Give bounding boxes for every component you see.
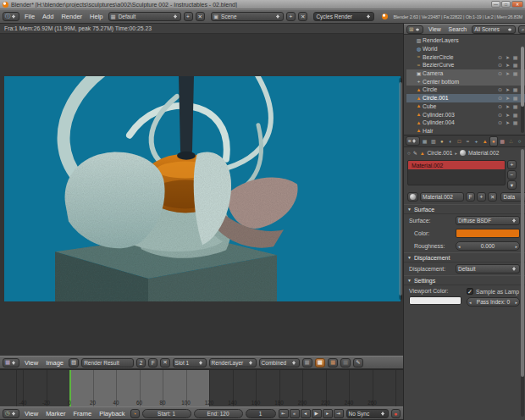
outliner-item-cube[interactable]: ▲ Cube ⊙➤▦ xyxy=(406,102,525,111)
image-browse-button[interactable]: ▨ xyxy=(69,358,79,368)
roughness-slider[interactable]: ◂ 0.000 ▸ xyxy=(456,241,520,251)
outliner-item-hair[interactable]: ▲ Hair xyxy=(406,127,525,135)
renderability-camera-icon[interactable]: ▦ xyxy=(512,70,518,76)
visibility-eye-icon[interactable]: ⊙ xyxy=(497,119,503,125)
play-button[interactable]: ▶ xyxy=(312,409,322,418)
slider-right-arrow-icon[interactable]: ▸ xyxy=(515,300,517,305)
tab-scene[interactable]: ● xyxy=(438,136,445,146)
surface-panel-header[interactable]: ▼ Surface xyxy=(404,204,525,214)
outliner-scrollbar[interactable] xyxy=(521,47,524,133)
unlink-material-button[interactable]: ✕ xyxy=(488,192,497,202)
outliner-item-center-bottom[interactable]: + Center bottom xyxy=(406,77,525,86)
channel-rgba-button[interactable]: ▦ xyxy=(315,358,325,368)
current-frame-field[interactable]: 1 xyxy=(246,409,276,418)
menu-view[interactable]: View xyxy=(426,26,444,32)
outliner-item-circle-001[interactable]: ▲ Circle.001 ⊙➤▦ xyxy=(406,94,525,102)
editor-type-button[interactable]: ◷ xyxy=(3,409,19,418)
visibility-eye-icon[interactable]: ⊙ xyxy=(497,54,503,60)
selectable-arrow-icon[interactable]: ➤ xyxy=(505,119,511,125)
outliner-item-cylinder-003[interactable]: ▲ Cylinder.003 ⊙➤▦ xyxy=(406,110,525,119)
unlink-image-button[interactable]: ✕ xyxy=(160,358,169,368)
slot-select[interactable]: Slot 1 xyxy=(173,358,207,368)
pin-icon[interactable]: ○ xyxy=(407,151,411,156)
screen-layout-select[interactable]: ▦Default xyxy=(108,12,181,21)
editor-type-button[interactable]: ⓘ xyxy=(3,12,19,21)
render-pass-select[interactable]: Combined xyxy=(259,358,300,368)
settings-panel-header[interactable]: ▼ Settings xyxy=(404,275,525,285)
visibility-eye-icon[interactable]: ⊙ xyxy=(497,112,503,118)
frame-end-field[interactable]: End: 120 xyxy=(194,409,243,418)
selectable-arrow-icon[interactable]: ➤ xyxy=(505,54,511,60)
tab-render[interactable]: ▦ xyxy=(421,136,428,146)
material-slot-selected[interactable]: Material.002 xyxy=(408,161,505,169)
menu-marker[interactable]: Marker xyxy=(43,410,68,417)
delete-layout-button[interactable]: ✕ xyxy=(196,12,205,21)
editor-type-button[interactable]: ⊞ xyxy=(406,25,423,34)
tab-material[interactable]: ● xyxy=(489,136,497,146)
previous-keyframe-button[interactable]: « xyxy=(290,409,300,418)
edit-icon[interactable]: ✎ xyxy=(413,150,417,156)
renderability-camera-icon[interactable]: ▦ xyxy=(512,119,518,125)
visibility-eye-icon[interactable]: ⊙ xyxy=(497,103,503,109)
search-icon[interactable]: ⌕ xyxy=(518,25,525,34)
renderability-camera-icon[interactable]: ▦ xyxy=(512,103,518,109)
channel-bw-button[interactable]: ▦ xyxy=(302,358,312,368)
menu-view[interactable]: View xyxy=(22,410,41,417)
browse-material-button[interactable] xyxy=(407,192,418,202)
menu-help[interactable]: Help xyxy=(87,13,105,20)
selectable-arrow-icon[interactable]: ➤ xyxy=(505,70,511,76)
next-keyframe-button[interactable]: ▸ xyxy=(323,409,333,418)
timeline-canvas[interactable]: -40 -20 0 20 40 60 80 100 120 140 160 18… xyxy=(0,369,403,406)
tab-particles[interactable]: ∴ xyxy=(507,136,515,146)
selectable-arrow-icon[interactable]: ➤ xyxy=(505,86,511,92)
image-users-button[interactable]: 2 xyxy=(136,358,146,368)
editor-type-button[interactable]: ≡ xyxy=(406,136,420,146)
add-scene-button[interactable]: + xyxy=(286,12,296,21)
paint-mode-button[interactable]: ✎ xyxy=(353,358,362,368)
slider-left-arrow-icon[interactable]: ◂ xyxy=(458,244,461,249)
selectable-arrow-icon[interactable]: ➤ xyxy=(505,95,511,101)
tab-object-data[interactable]: ▲ xyxy=(481,136,489,146)
play-reverse-button[interactable]: ◂ xyxy=(301,409,311,418)
outliner-item-beziercurve[interactable]: ≈ BezierCurve ⊙➤▦ xyxy=(406,61,525,69)
material-name-field[interactable]: Material.002 xyxy=(420,192,464,202)
outliner-item-camera[interactable]: ▣ Camera ⊙➤▦ xyxy=(406,69,525,78)
visibility-eye-icon[interactable]: ⊙ xyxy=(497,95,503,101)
render-layer-select[interactable]: RenderLayer xyxy=(209,358,257,368)
minimize-button[interactable]: — xyxy=(491,1,500,8)
jump-to-start-button[interactable]: ⇤ xyxy=(279,409,289,418)
breadcrumb-object[interactable]: Circle.001 xyxy=(428,150,453,156)
menu-file[interactable]: File xyxy=(22,13,37,20)
slider-left-arrow-icon[interactable]: ◂ xyxy=(469,300,472,305)
properties-scrollbar[interactable] xyxy=(521,149,524,417)
renderability-camera-icon[interactable]: ▦ xyxy=(512,95,518,101)
renderability-camera-icon[interactable]: ▦ xyxy=(512,54,518,60)
viewport-color-swatch[interactable] xyxy=(409,296,461,305)
jump-to-end-button[interactable]: ⇥ xyxy=(334,409,344,418)
image-scrollbar[interactable] xyxy=(399,78,402,300)
visibility-eye-icon[interactable]: ⊙ xyxy=(497,70,503,76)
menu-image[interactable]: Image xyxy=(43,359,66,367)
diffuse-color-swatch[interactable] xyxy=(456,229,520,238)
menu-view[interactable]: View xyxy=(22,359,41,367)
menu-render[interactable]: Render xyxy=(58,13,85,20)
close-button[interactable]: ✕ xyxy=(511,1,523,8)
sample-as-lamp-checkbox[interactable]: ✓ xyxy=(467,288,473,295)
menu-frame[interactable]: Frame xyxy=(70,410,94,417)
outliner-item-beziercircle[interactable]: ≈ BezierCircle ⊙➤▦ xyxy=(406,52,525,61)
channel-alpha-button[interactable]: ▦ xyxy=(340,358,351,368)
tab-render-layers[interactable]: ▥ xyxy=(429,136,437,146)
tab-physics[interactable]: ○ xyxy=(516,136,523,146)
fake-user-button[interactable]: F xyxy=(466,192,475,202)
remove-slot-button[interactable]: − xyxy=(507,170,517,180)
add-slot-button[interactable]: + xyxy=(507,160,517,169)
visibility-eye-icon[interactable]: ⊙ xyxy=(497,62,503,68)
material-slot-list[interactable]: Material.002 xyxy=(407,160,506,185)
outliner-item-circle[interactable]: ▲ Circle ⊙➤▦ xyxy=(406,86,525,94)
tab-world[interactable]: ◐ xyxy=(446,136,454,146)
visibility-eye-icon[interactable]: ⊙ xyxy=(497,86,503,92)
displacement-panel-header[interactable]: ▼ Displacement xyxy=(404,252,525,262)
channel-rgb-button[interactable]: ▦ xyxy=(328,358,338,368)
image-name-field[interactable]: Render Result xyxy=(81,358,134,368)
sync-mode-select[interactable]: No Sync xyxy=(346,409,389,418)
